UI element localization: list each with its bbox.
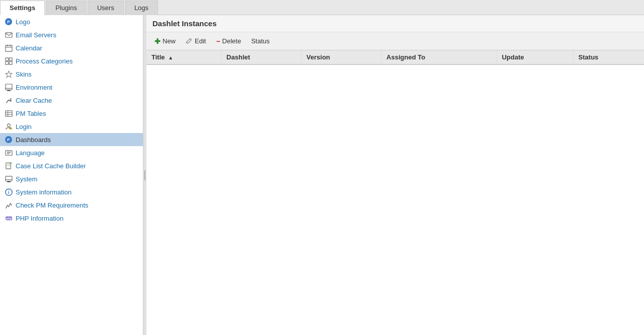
sidebar-label-language: Language: [16, 149, 45, 157]
sidebar-resizer[interactable]: [143, 15, 146, 335]
delete-button[interactable]: − Delete: [212, 36, 245, 47]
svg-rect-10: [5, 84, 12, 89]
col-assigned-to-label: Assigned To: [386, 53, 425, 61]
pm-tables-icon: [4, 109, 13, 118]
main-layout: P Logo Email Servers Calendar Process Ca…: [0, 15, 644, 335]
case-list-cache-builder-icon: [4, 161, 13, 170]
sidebar-item-process-categories[interactable]: Process Categories: [0, 54, 143, 68]
svg-point-18: [7, 123, 10, 126]
col-version-label: Version: [306, 53, 330, 61]
new-icon: ✚: [154, 37, 160, 45]
sidebar-label-system-information: System information: [16, 188, 71, 196]
svg-rect-0: [5, 32, 12, 37]
status-button[interactable]: Status: [247, 36, 274, 46]
top-tabs: Settings Plugins Users Logs: [0, 0, 644, 15]
sidebar-item-clear-cache[interactable]: Clear Cache: [0, 94, 143, 107]
sidebar-item-case-list-cache-builder[interactable]: Case List Cache Builder: [0, 159, 143, 172]
sidebar-label-skins: Skins: [16, 71, 32, 78]
svg-line-38: [190, 39, 192, 40]
toolbar: ✚ New Edit − Delete Status: [146, 32, 644, 50]
edit-label: Edit: [195, 37, 206, 45]
svg-rect-27: [7, 165, 10, 165]
sidebar-label-clear-cache: Clear Cache: [16, 97, 52, 104]
col-update[interactable]: Update: [497, 50, 573, 64]
system-icon: [4, 174, 13, 183]
sidebar-label-calendar: Calendar: [16, 44, 42, 52]
col-status-label: Status: [579, 53, 599, 61]
table-header-row: Title ▲ Dashlet Version Assigned To: [146, 50, 644, 64]
svg-line-39: [186, 42, 187, 44]
dashlet-instances-table: Title ▲ Dashlet Version Assigned To: [146, 50, 644, 65]
sidebar-label-login: Login: [16, 123, 32, 130]
svg-rect-30: [5, 176, 12, 180]
table-wrap: Title ▲ Dashlet Version Assigned To: [146, 50, 644, 335]
sidebar-item-logo[interactable]: P Logo: [0, 15, 143, 28]
sidebar-label-system: System: [16, 175, 37, 183]
col-version[interactable]: Version: [301, 50, 381, 64]
tab-users[interactable]: Users: [88, 1, 124, 15]
login-icon: [4, 122, 13, 131]
sidebar-item-system-information[interactable]: i System information: [0, 185, 143, 198]
sidebar-item-email-servers[interactable]: Email Servers: [0, 28, 143, 41]
col-title-label: Title: [151, 53, 165, 61]
svg-rect-6: [9, 57, 12, 60]
clear-cache-icon: [4, 96, 13, 105]
sidebar-item-login[interactable]: Login: [0, 120, 143, 133]
sidebar-item-php-information[interactable]: php PHP Information: [0, 212, 143, 225]
main-content: Dashlet Instances ✚ New Edit − Delete St…: [146, 15, 644, 335]
sidebar-label-email-servers: Email Servers: [16, 31, 56, 39]
col-title[interactable]: Title ▲: [146, 50, 221, 64]
col-dashlet-label: Dashlet: [226, 53, 250, 61]
col-assigned-to[interactable]: Assigned To: [381, 50, 497, 64]
new-label: New: [163, 37, 176, 45]
sidebar-item-environment[interactable]: Environment: [0, 81, 143, 94]
sidebar-label-process-categories: Process Categories: [16, 57, 72, 65]
sidebar-item-dashboards[interactable]: P Dashboards: [0, 133, 143, 146]
col-status[interactable]: Status: [573, 50, 644, 64]
svg-rect-8: [9, 61, 12, 64]
environment-icon: [4, 83, 13, 92]
sidebar-item-check-pm-requirements[interactable]: Check PM Requirements: [0, 198, 143, 212]
svg-rect-26: [7, 163, 10, 164]
svg-rect-7: [5, 61, 8, 64]
sidebar-label-dashboards: Dashboards: [16, 136, 51, 144]
sidebar: P Logo Email Servers Calendar Process Ca…: [0, 15, 143, 335]
svg-rect-28: [7, 166, 10, 166]
svg-rect-29: [10, 162, 12, 164]
language-icon: [4, 148, 13, 157]
svg-marker-9: [5, 71, 12, 77]
process-categories-icon: [4, 56, 13, 65]
sidebar-label-php-information: PHP Information: [16, 215, 63, 222]
email-servers-icon: [4, 30, 13, 39]
sidebar-label-case-list-cache-builder: Case List Cache Builder: [16, 162, 86, 170]
sidebar-label-environment: Environment: [16, 84, 52, 91]
edit-button[interactable]: Edit: [182, 35, 210, 47]
edit-icon: [186, 37, 193, 45]
col-update-label: Update: [502, 53, 524, 61]
status-label: Status: [251, 37, 270, 45]
tab-settings[interactable]: Settings: [0, 1, 45, 15]
delete-icon: −: [216, 37, 220, 45]
delete-label: Delete: [222, 37, 242, 45]
sidebar-item-calendar[interactable]: Calendar: [0, 41, 143, 54]
php-information-icon: php: [4, 214, 13, 223]
sidebar-label-check-pm-requirements: Check PM Requirements: [16, 202, 89, 209]
sidebar-label-logo: Logo: [16, 18, 30, 26]
sort-arrow-icon: ▲: [168, 55, 173, 60]
page-title: Dashlet Instances: [146, 15, 644, 32]
check-pm-requirements-icon: [4, 200, 13, 210]
sidebar-item-system[interactable]: System: [0, 172, 143, 185]
col-dashlet[interactable]: Dashlet: [221, 50, 301, 64]
sidebar-item-pm-tables[interactable]: PM Tables: [0, 107, 143, 120]
new-button[interactable]: ✚ New: [150, 36, 180, 47]
svg-rect-1: [5, 45, 12, 51]
sidebar-label-pm-tables: PM Tables: [16, 110, 46, 117]
svg-text:i: i: [8, 190, 9, 195]
tab-logs[interactable]: Logs: [125, 1, 158, 15]
svg-text:php: php: [6, 217, 12, 221]
calendar-icon: [4, 43, 13, 52]
tab-plugins[interactable]: Plugins: [46, 1, 87, 15]
logo-icon: P: [4, 17, 13, 26]
sidebar-item-skins[interactable]: Skins: [0, 68, 143, 81]
sidebar-item-language[interactable]: Language: [0, 146, 143, 159]
